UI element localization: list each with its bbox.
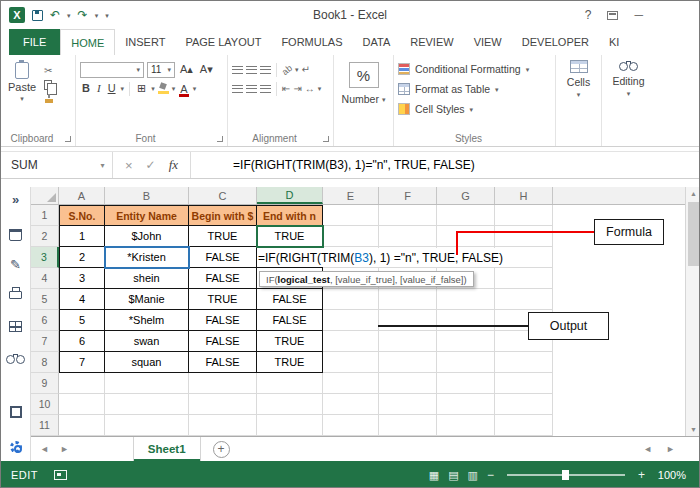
cell-C6[interactable]: FALSE bbox=[189, 310, 257, 331]
cell-G7[interactable] bbox=[437, 331, 495, 352]
format-as-table-button[interactable]: Format as Table ▾ bbox=[398, 79, 551, 99]
underline-button[interactable]: U bbox=[106, 83, 118, 94]
cell-A7[interactable]: 6 bbox=[59, 331, 105, 352]
tab-insert[interactable]: INSERT bbox=[115, 29, 175, 55]
cell-D7[interactable]: TRUE bbox=[257, 331, 323, 352]
cell-G5[interactable] bbox=[437, 289, 495, 310]
cell-G1[interactable] bbox=[437, 205, 495, 226]
row-header-6[interactable]: 6 bbox=[31, 310, 59, 331]
cell-B11[interactable] bbox=[105, 415, 189, 436]
shrink-font-button[interactable]: A▾ bbox=[198, 64, 215, 75]
cell-A3[interactable]: 2 bbox=[59, 247, 105, 268]
zoom-slider-thumb[interactable] bbox=[562, 470, 569, 480]
cell-H11[interactable] bbox=[495, 415, 553, 436]
cell-B7[interactable]: swan bbox=[105, 331, 189, 352]
decrease-indent-icon[interactable]: ⇤ bbox=[282, 84, 290, 94]
new-sheet-button[interactable]: + bbox=[213, 441, 230, 458]
cell-H1[interactable] bbox=[495, 205, 553, 226]
increase-indent-icon[interactable]: ⇥ bbox=[293, 84, 301, 94]
paste-button[interactable]: Paste ▾ bbox=[5, 60, 39, 130]
macro-record-icon[interactable] bbox=[54, 470, 67, 480]
cell-C7[interactable]: FALSE bbox=[189, 331, 257, 352]
borders-dropdown-icon[interactable]: ▾ bbox=[151, 85, 155, 92]
font-dialog-launcher-icon[interactable] bbox=[217, 136, 223, 142]
printer-icon[interactable] bbox=[1, 287, 30, 299]
cell-E7[interactable] bbox=[323, 331, 379, 352]
merge-dropdown-icon[interactable]: ▾ bbox=[318, 85, 322, 92]
cell-D11[interactable] bbox=[257, 415, 323, 436]
merge-center-icon[interactable]: ↔ bbox=[305, 84, 315, 94]
column-header-D[interactable]: D bbox=[257, 187, 323, 204]
cell-F10[interactable] bbox=[379, 394, 437, 415]
paste-dropdown-icon[interactable]: ▾ bbox=[20, 95, 24, 102]
wrap-text-icon[interactable]: ↵ bbox=[302, 65, 310, 75]
enter-icon[interactable]: ✓ bbox=[146, 158, 156, 172]
vertical-scrollbar[interactable]: ▲ ▼ bbox=[685, 187, 700, 436]
tab-page-layout[interactable]: PAGE LAYOUT bbox=[175, 29, 271, 55]
cell-F9[interactable] bbox=[379, 373, 437, 394]
cell-H4[interactable] bbox=[495, 268, 553, 289]
tab-ki[interactable]: KI bbox=[599, 29, 629, 55]
cell-D9[interactable] bbox=[257, 373, 323, 394]
percent-style-button[interactable]: % bbox=[349, 62, 379, 88]
cell-E6[interactable] bbox=[323, 310, 379, 331]
row-header-4[interactable]: 4 bbox=[31, 268, 59, 289]
zoom-level[interactable]: 100% bbox=[654, 469, 686, 481]
align-right-icon[interactable] bbox=[260, 85, 271, 93]
cell-E1[interactable] bbox=[323, 205, 379, 226]
settings-gear-icon[interactable] bbox=[1, 441, 30, 453]
cell-C4[interactable]: FALSE bbox=[189, 268, 257, 289]
row-header-10[interactable]: 10 bbox=[31, 394, 59, 415]
tab-review[interactable]: REVIEW bbox=[400, 29, 463, 55]
cut-button[interactable]: ✂ bbox=[44, 65, 54, 76]
align-bottom-icon[interactable] bbox=[260, 66, 271, 74]
tab-developer[interactable]: DEVELOPER bbox=[512, 29, 599, 55]
cell-B2[interactable]: $John bbox=[105, 226, 189, 247]
cell-H5[interactable] bbox=[495, 289, 553, 310]
column-header-C[interactable]: C bbox=[189, 187, 257, 204]
cell-G8[interactable] bbox=[437, 352, 495, 373]
cell-B4[interactable]: shein bbox=[105, 268, 189, 289]
scroll-down-icon[interactable]: ▼ bbox=[686, 426, 700, 433]
cell-E5[interactable] bbox=[323, 289, 379, 310]
align-middle-icon[interactable] bbox=[246, 66, 257, 74]
alignment-dialog-launcher-icon[interactable] bbox=[323, 136, 329, 142]
font-color-dropdown-icon[interactable]: ▾ bbox=[193, 85, 197, 92]
bold-button[interactable]: B bbox=[80, 83, 92, 94]
row-header-11[interactable]: 11 bbox=[31, 415, 59, 436]
cell-E2[interactable] bbox=[323, 226, 379, 247]
zoom-in-icon[interactable]: + bbox=[638, 468, 645, 482]
grow-font-button[interactable]: A▴ bbox=[178, 64, 195, 75]
row-header-3[interactable]: 3 bbox=[31, 247, 59, 268]
ribbon-display-options-icon[interactable] bbox=[607, 11, 618, 20]
cell-C1[interactable]: Begin with $ bbox=[189, 205, 257, 226]
cell-B1[interactable]: Entity Name bbox=[105, 205, 189, 226]
cell-G6[interactable] bbox=[437, 310, 495, 331]
cell-G11[interactable] bbox=[437, 415, 495, 436]
fill-color-dropdown-icon[interactable]: ▾ bbox=[172, 85, 176, 92]
fill-color-button[interactable] bbox=[158, 83, 169, 94]
cell-D2[interactable]: TRUE bbox=[257, 226, 323, 247]
chevrons-right-icon[interactable]: » bbox=[1, 192, 30, 207]
cell-B8[interactable]: squan bbox=[105, 352, 189, 373]
cell-F8[interactable] bbox=[379, 352, 437, 373]
select-all-button[interactable] bbox=[31, 187, 59, 204]
number-group-button[interactable]: Number ▾ bbox=[342, 93, 386, 105]
sheet-tab-sheet1[interactable]: Sheet1 bbox=[133, 437, 201, 461]
hscroll-right-icon[interactable]: ► bbox=[666, 444, 675, 454]
row-header-2[interactable]: 2 bbox=[31, 226, 59, 247]
borders-button[interactable]: ⊞ bbox=[135, 83, 148, 94]
sheet-nav-right-icon[interactable]: ► bbox=[60, 444, 69, 454]
cell-C11[interactable] bbox=[189, 415, 257, 436]
pen-icon[interactable]: ✎ bbox=[1, 257, 30, 272]
align-left-icon[interactable] bbox=[232, 85, 243, 93]
tab-view[interactable]: VIEW bbox=[464, 29, 512, 55]
cell-B5[interactable]: $Manie bbox=[105, 289, 189, 310]
minimize-icon[interactable]: ─ bbox=[634, 8, 643, 22]
zoom-out-icon[interactable]: − bbox=[487, 468, 494, 482]
cell-H9[interactable] bbox=[495, 373, 553, 394]
editing-group-button[interactable]: Editing ▾ bbox=[601, 55, 655, 146]
copy-button[interactable] bbox=[44, 80, 52, 90]
cell-B9[interactable] bbox=[105, 373, 189, 394]
cell-B3[interactable]: *Kristen bbox=[105, 247, 189, 268]
